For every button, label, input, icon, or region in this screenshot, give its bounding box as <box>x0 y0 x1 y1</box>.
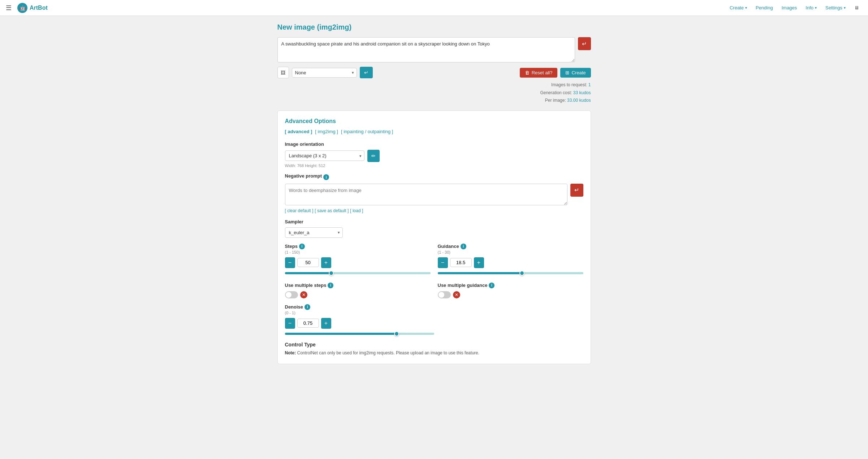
orientation-select-wrapper: Landscape (3 x 2) Portrait (2 x 3) Squar… <box>285 150 364 161</box>
multiple-steps-label: Use multiple steps i <box>285 283 431 288</box>
cost-info: Images to request: 1 Generation cost: 33… <box>277 81 591 105</box>
nav-info[interactable]: Info ▾ <box>802 4 820 12</box>
load-link[interactable]: [ load ] <box>350 208 363 213</box>
control-type-title: Control Type <box>285 342 583 347</box>
edit-orientation-button[interactable]: ✏ <box>367 150 380 162</box>
neg-prompt-label: Negative prompt i <box>285 173 583 182</box>
multiple-guidance-section: Use multiple guidance i ✕ <box>438 283 583 298</box>
denoise-control: − + <box>285 318 583 329</box>
neg-prompt-actions: [ clear default ] [ save as default ] [ … <box>285 208 583 213</box>
nav-links: Create ▾ Pending Images Info ▾ Settings … <box>726 2 862 14</box>
enter-button[interactable]: ↵ <box>360 67 373 78</box>
image-select[interactable]: None <box>292 68 357 78</box>
negative-prompt-input[interactable] <box>285 184 567 205</box>
chevron-down-icon: ▾ <box>815 6 817 10</box>
guidance-control: − + <box>438 257 583 268</box>
reset-button[interactable]: 🗑 Reset all? <box>520 68 558 78</box>
guidance-slider[interactable] <box>438 271 583 275</box>
logo-text: ArtBot <box>30 5 48 11</box>
prompt-send-button[interactable]: ↵ <box>578 37 591 50</box>
denoise-slider[interactable] <box>285 332 434 336</box>
control-type-note: Note: ControlNet can only be used for im… <box>285 350 583 357</box>
nav-pending[interactable]: Pending <box>752 4 777 12</box>
steps-minus-button[interactable]: − <box>285 257 295 268</box>
multiple-steps-clear[interactable]: ✕ <box>300 291 307 298</box>
steps-section: Steps i (1 - 150) − + <box>285 244 431 277</box>
sampler-select-wrapper: k_euler_a k_euler k_lms k_heun k_dpm_2 <box>285 227 343 238</box>
multiple-guidance-toggle-row: ✕ <box>438 291 583 298</box>
chevron-down-icon: ▾ <box>844 6 846 10</box>
steps-plus-button[interactable]: + <box>321 257 331 268</box>
multiple-steps-section: Use multiple steps i ✕ <box>285 283 431 298</box>
control-type-section: Control Type Note: ControlNet can only b… <box>285 342 583 357</box>
save-default-link[interactable]: [ save as default ] <box>315 208 349 213</box>
orientation-select[interactable]: Landscape (3 x 2) Portrait (2 x 3) Squar… <box>285 150 364 161</box>
multiple-guidance-toggle[interactable] <box>438 291 451 298</box>
per-image-cost: Per image: 33.00 kudos <box>277 97 591 105</box>
guidance-input[interactable] <box>450 258 472 267</box>
chevron-down-icon: ▾ <box>745 6 747 10</box>
multiple-steps-toggle[interactable] <box>285 291 298 298</box>
clear-default-link[interactable]: [ clear default ] <box>285 208 314 213</box>
orientation-label: Image orientation <box>285 141 583 147</box>
denoise-plus-button[interactable]: + <box>321 318 331 329</box>
denoise-label: Denoise i <box>285 304 583 310</box>
steps-slider[interactable] <box>285 271 431 275</box>
nav-images[interactable]: Images <box>778 4 801 12</box>
generation-cost: Generation cost: 33 kudos <box>277 89 591 97</box>
create-button[interactable]: ⊞ Create <box>560 68 591 78</box>
advanced-title: Advanced Options <box>285 118 583 124</box>
image-select-wrapper: None <box>292 68 357 78</box>
nav-settings[interactable]: Settings ▾ <box>822 4 849 12</box>
neg-prompt-wrapper: ↵ <box>285 184 583 205</box>
guidance-plus-button[interactable]: + <box>474 257 484 268</box>
navbar: ☰ 🤖 ArtBot Create ▾ Pending Images Info … <box>0 0 868 16</box>
multiple-steps-info-icon: i <box>328 283 333 288</box>
sampler-select[interactable]: k_euler_a k_euler k_lms k_heun k_dpm_2 <box>285 227 343 238</box>
image-orientation-section: Image orientation Landscape (3 x 2) Port… <box>285 141 583 168</box>
logo-icon: 🤖 <box>17 3 27 13</box>
hamburger-icon[interactable]: ☰ <box>6 4 12 12</box>
multiple-guidance-info-icon: i <box>489 283 495 288</box>
guidance-info-icon: i <box>461 244 466 249</box>
neg-prompt-send-button[interactable]: ↵ <box>570 184 583 197</box>
guidance-label: Guidance i <box>438 244 583 249</box>
neg-prompt-text: Negative prompt <box>285 173 322 179</box>
multiple-steps-toggle-row: ✕ <box>285 291 431 298</box>
images-to-request: Images to request: 1 <box>277 81 591 89</box>
guidance-range: (1 - 30) <box>438 250 583 254</box>
tab-links: [ advanced ] [ img2img ] [ inpainting / … <box>285 129 583 134</box>
prompt-row: A swashbuckling space pirate and his and… <box>277 37 591 62</box>
sampler-section: Sampler k_euler_a k_euler k_lms k_heun k… <box>285 219 583 244</box>
denoise-minus-button[interactable]: − <box>285 318 295 329</box>
steps-input[interactable] <box>297 258 319 267</box>
tab-inpainting[interactable]: [ inpainting / outpainting ] <box>341 129 393 134</box>
image-upload-icon[interactable]: 🖼 <box>277 67 289 78</box>
guidance-section: Guidance i (1 - 30) − + <box>438 244 583 277</box>
prompt-input[interactable]: A swashbuckling space pirate and his and… <box>277 37 575 62</box>
logo: 🤖 ArtBot <box>17 3 48 13</box>
create-icon: ⊞ <box>565 70 569 75</box>
denoise-input[interactable] <box>297 319 319 328</box>
toggles-row: Use multiple steps i ✕ Use multiple guid… <box>285 283 583 304</box>
tab-img2img[interactable]: [ img2img ] <box>315 129 338 134</box>
monitor-icon[interactable]: 🖥 <box>851 2 862 14</box>
tab-advanced[interactable]: [ advanced ] <box>285 129 312 134</box>
steps-control: − + <box>285 257 431 268</box>
multiple-guidance-clear[interactable]: ✕ <box>453 291 460 298</box>
denoise-range: (0 - 1) <box>285 311 583 315</box>
multiple-guidance-label: Use multiple guidance i <box>438 283 583 288</box>
nav-create[interactable]: Create ▾ <box>726 4 751 12</box>
advanced-panel: Advanced Options [ advanced ] [ img2img … <box>277 110 591 364</box>
steps-range: (1 - 150) <box>285 250 431 254</box>
steps-info-icon: i <box>299 244 305 249</box>
negative-prompt-info-icon: i <box>323 174 329 180</box>
denoise-section: Denoise i (0 - 1) − + <box>285 304 583 336</box>
steps-label: Steps i <box>285 244 431 249</box>
sampler-label: Sampler <box>285 219 583 224</box>
trash-icon: 🗑 <box>525 70 530 75</box>
dimension-info: Width: 768 Height: 512 <box>285 163 583 168</box>
guidance-minus-button[interactable]: − <box>438 257 448 268</box>
denoise-info-icon: i <box>305 304 310 310</box>
negative-prompt-section: Negative prompt i ↵ [ clear default ] [ … <box>285 173 583 213</box>
